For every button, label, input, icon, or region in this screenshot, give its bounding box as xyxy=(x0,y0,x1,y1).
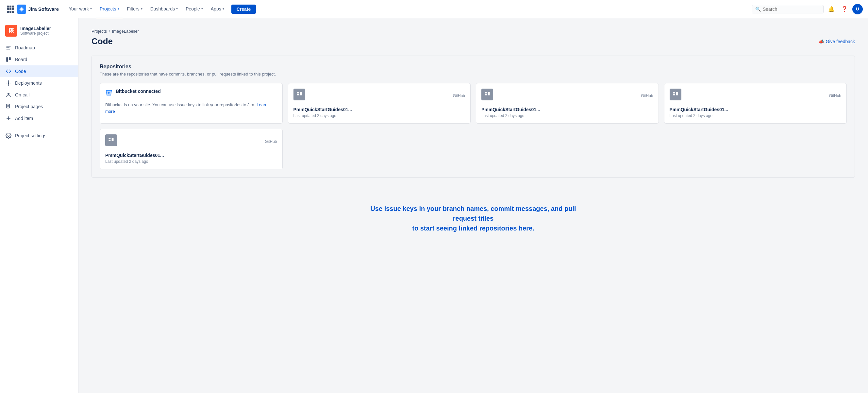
sidebar-item-on-call[interactable]: On-call xyxy=(0,89,78,101)
chevron-down-icon: ▾ xyxy=(176,7,178,10)
nav-projects[interactable]: Projects ▾ xyxy=(96,0,123,18)
deployments-icon xyxy=(5,80,12,86)
chevron-down-icon: ▾ xyxy=(141,7,143,10)
breadcrumb-projects[interactable]: Projects xyxy=(92,29,107,34)
repo-updated-3: Last updated 2 days ago xyxy=(670,114,841,118)
nav-people[interactable]: People ▾ xyxy=(182,0,206,18)
sidebar-label-board: Board xyxy=(15,57,27,62)
repositories-grid: Bitbucket connected Bitbucket is on your… xyxy=(100,83,847,124)
roadmap-icon xyxy=(5,44,12,51)
sidebar-label-code: Code xyxy=(15,69,26,74)
search-input[interactable] xyxy=(763,6,820,12)
logo-text: Jira Software xyxy=(28,6,59,12)
page-layout: 🖼 ImageLabeller Software project Roadmap… xyxy=(0,18,868,393)
nav-dashboards[interactable]: Dashboards ▾ xyxy=(147,0,181,18)
github-repo-icon-1 xyxy=(293,89,305,100)
repo-body-1: PmmQuickStartGuides01... Last updated 2 … xyxy=(293,107,465,118)
project-header: 🖼 ImageLabeller Software project xyxy=(0,22,78,42)
project-type: Software project xyxy=(20,31,51,36)
page-title: Code xyxy=(92,36,113,47)
sidebar-label-deployments: Deployments xyxy=(15,81,42,86)
notifications-button[interactable]: 🔔 xyxy=(826,4,837,14)
sidebar-item-code[interactable]: Code xyxy=(0,65,78,77)
sidebar-item-board[interactable]: Board xyxy=(0,54,78,65)
repo-body-3: PmmQuickStartGuides01... Last updated 2 … xyxy=(670,107,841,118)
svg-rect-15 xyxy=(673,92,675,93)
repo-body-2: PmmQuickStartGuides01... Last updated 2 … xyxy=(482,107,653,118)
nav-right: 🔍 🔔 ❓ U xyxy=(752,4,863,14)
svg-point-5 xyxy=(8,82,9,84)
repo-card-header-1: GitHub xyxy=(293,89,465,103)
cta-text: Use issue keys in your branch names, com… xyxy=(359,204,588,233)
repo-card-github-4[interactable]: GitHub PmmQuickStartGuides01... Last upd… xyxy=(100,129,283,169)
repo-source-2: GitHub xyxy=(641,93,653,98)
svg-rect-11 xyxy=(300,92,302,95)
github-repo-icon-4 xyxy=(105,134,117,146)
repo-name-3: PmmQuickStartGuides01... xyxy=(670,107,841,112)
svg-rect-12 xyxy=(485,92,487,93)
svg-rect-9 xyxy=(297,92,299,93)
chevron-down-icon: ▾ xyxy=(201,7,203,10)
nav-filters[interactable]: Filters ▾ xyxy=(124,0,146,18)
repo-card-github-1[interactable]: GitHub PmmQuickStartGuides01... Last upd… xyxy=(288,83,471,124)
repo-card-bitbucket[interactable]: Bitbucket connected Bitbucket is on your… xyxy=(100,83,283,124)
help-button[interactable]: ❓ xyxy=(839,4,850,14)
board-icon xyxy=(5,56,12,63)
repo-card-github-3[interactable]: GitHub PmmQuickStartGuides01... Last upd… xyxy=(664,83,847,124)
repo-name-2: PmmQuickStartGuides01... xyxy=(482,107,653,112)
add-icon xyxy=(5,115,12,122)
svg-rect-10 xyxy=(297,94,299,95)
sidebar-label-roadmap: Roadmap xyxy=(15,45,35,50)
repo-card-github-2[interactable]: GitHub PmmQuickStartGuides01... Last upd… xyxy=(476,83,659,124)
bitbucket-title-wrap: Bitbucket connected xyxy=(116,89,161,95)
sidebar-item-roadmap[interactable]: Roadmap xyxy=(0,42,78,54)
repo-name-bitbucket: Bitbucket connected xyxy=(116,89,161,94)
sidebar-item-deployments[interactable]: Deployments xyxy=(0,77,78,89)
svg-rect-14 xyxy=(488,92,490,95)
svg-point-8 xyxy=(8,135,9,137)
svg-rect-20 xyxy=(112,138,114,141)
search-box[interactable]: 🔍 xyxy=(752,5,824,13)
breadcrumb-separator: / xyxy=(109,29,110,34)
repo-updated-2: Last updated 2 days ago xyxy=(482,114,653,118)
create-button[interactable]: Create xyxy=(231,5,256,14)
svg-rect-18 xyxy=(109,138,111,139)
chevron-down-icon: ▾ xyxy=(222,7,224,10)
repo-updated-1: Last updated 2 days ago xyxy=(293,114,465,118)
avatar[interactable]: U xyxy=(852,4,863,14)
sidebar-item-project-pages[interactable]: Project pages xyxy=(0,101,78,113)
sidebar-item-add-item[interactable]: Add item xyxy=(0,113,78,124)
bitbucket-icon xyxy=(105,89,113,98)
sidebar-label-on-call: On-call xyxy=(15,92,29,97)
top-navigation: Jira Software Your work ▾ Projects ▾ Fil… xyxy=(0,0,868,18)
repositories-description: These are the repositories that have com… xyxy=(100,71,847,77)
repositories-title: Repositories xyxy=(100,64,847,70)
project-icon: 🖼 xyxy=(5,25,17,37)
svg-rect-16 xyxy=(673,94,675,95)
sidebar-item-project-settings[interactable]: Project settings xyxy=(0,130,78,142)
app-switcher-button[interactable] xyxy=(5,4,16,14)
code-icon xyxy=(5,68,12,74)
repositories-section: Repositories These are the repositories … xyxy=(92,56,855,178)
svg-rect-19 xyxy=(109,140,111,141)
give-feedback-button[interactable]: 📣 Give feedback xyxy=(818,39,855,44)
sidebar-label-project-pages: Project pages xyxy=(15,104,43,109)
github-repo-icon-2 xyxy=(482,89,493,100)
bitbucket-header: Bitbucket connected xyxy=(105,89,277,98)
chevron-down-icon: ▾ xyxy=(118,7,119,10)
breadcrumb-project[interactable]: ImageLabeller xyxy=(112,29,139,34)
sidebar: 🖼 ImageLabeller Software project Roadmap… xyxy=(0,18,79,393)
sidebar-divider xyxy=(5,127,73,127)
svg-rect-13 xyxy=(485,94,487,95)
repo-name-4: PmmQuickStartGuides01... xyxy=(105,153,277,158)
sidebar-label-add-item: Add item xyxy=(15,116,33,121)
repos-grid-row2: GitHub PmmQuickStartGuides01... Last upd… xyxy=(100,129,847,169)
repo-name-1: PmmQuickStartGuides01... xyxy=(293,107,465,112)
nav-your-work[interactable]: Your work ▾ xyxy=(65,0,95,18)
repo-body-4: PmmQuickStartGuides01... Last updated 2 … xyxy=(105,153,277,164)
breadcrumb: Projects / ImageLabeller xyxy=(92,29,855,34)
nav-apps[interactable]: Apps ▾ xyxy=(208,0,227,18)
logo-link[interactable]: Jira Software xyxy=(17,5,59,14)
chevron-down-icon: ▾ xyxy=(90,7,92,10)
settings-icon xyxy=(5,132,12,139)
